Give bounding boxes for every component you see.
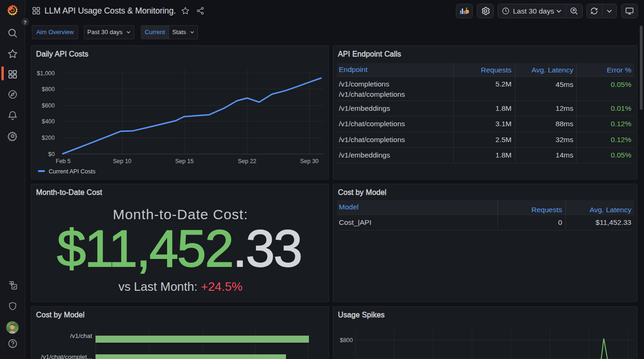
svg-text:Sep 30: Sep 30 bbox=[300, 158, 319, 165]
svg-text:$0: $0 bbox=[48, 151, 55, 158]
svg-text:Current API Costs: Current API Costs bbox=[49, 168, 95, 175]
svg-text:$1,000: $1,000 bbox=[37, 70, 55, 77]
svg-text:$400: $400 bbox=[42, 118, 55, 125]
svg-text:$200: $200 bbox=[42, 135, 55, 141]
svg-text:Feb 5: Feb 5 bbox=[56, 158, 71, 165]
svg-text:Sep 15: Sep 15 bbox=[175, 158, 194, 165]
svg-text:Sep 10: Sep 10 bbox=[113, 158, 132, 165]
svg-text:Sep 22: Sep 22 bbox=[238, 158, 256, 165]
svg-text:$800: $800 bbox=[42, 86, 55, 93]
svg-text:$600: $600 bbox=[42, 102, 55, 109]
